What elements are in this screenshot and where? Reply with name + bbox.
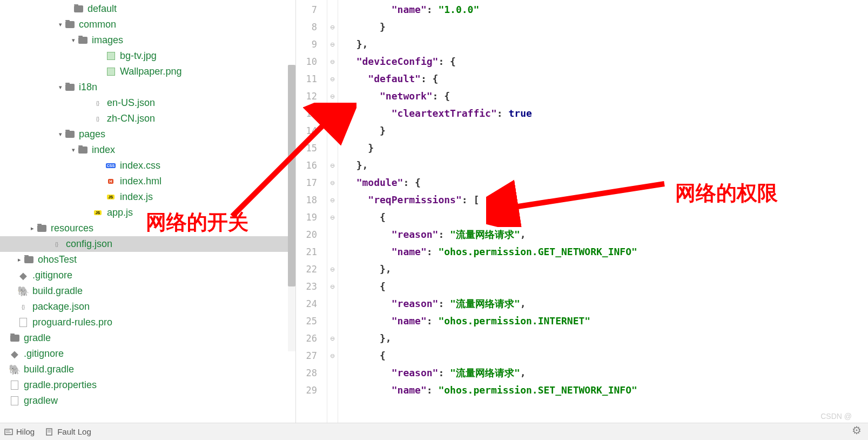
code-line[interactable]: { xyxy=(345,209,868,226)
tree-item-resources[interactable]: ▸resources xyxy=(0,221,295,236)
line-number: 15 xyxy=(296,139,317,157)
code-line[interactable]: }, xyxy=(345,36,868,53)
tree-item-gradle-properties[interactable]: gradle.properties xyxy=(0,377,295,393)
tree-item-common[interactable]: ▾common xyxy=(0,17,295,32)
fold-marker[interactable]: ⊖ xyxy=(327,191,338,209)
fold-marker[interactable]: ⊖ xyxy=(327,70,338,88)
sidebar-scrollbar[interactable] xyxy=(288,65,295,351)
file-tree[interactable]: default▾common▾imagesbg-tv.jpgWallpaper.… xyxy=(0,0,295,409)
tree-item-label: zh-CN.json xyxy=(107,113,155,124)
tree-item-Wallpaper-png[interactable]: Wallpaper.png xyxy=(0,64,295,79)
fold-marker[interactable]: ⊖ xyxy=(327,53,338,70)
code-line[interactable]: }, xyxy=(345,157,868,174)
expand-arrow-icon[interactable]: ▾ xyxy=(56,84,65,91)
fold-marker[interactable]: ⊖ xyxy=(327,18,338,36)
tree-item-gradlew[interactable]: gradlew xyxy=(0,393,295,409)
fold-marker[interactable] xyxy=(327,382,338,399)
fold-marker[interactable] xyxy=(327,243,338,261)
tree-item-default[interactable]: default xyxy=(0,1,295,17)
fold-marker[interactable] xyxy=(327,312,338,330)
tree-item-build-gradle[interactable]: 🐘build.gradle xyxy=(0,362,295,377)
code-line[interactable]: "name": "1.0.0" xyxy=(345,1,868,18)
code-line[interactable]: }, xyxy=(345,261,868,278)
fold-marker[interactable]: ⊖ xyxy=(327,174,338,191)
line-number: 26 xyxy=(296,330,317,347)
code-editor[interactable]: 7891011121314151617181920212223242526272… xyxy=(296,0,868,423)
code-line[interactable]: "reqPermissions": [ xyxy=(345,191,868,209)
expand-arrow-icon[interactable]: ▾ xyxy=(69,146,78,154)
code-line[interactable]: } xyxy=(345,18,868,36)
fold-marker[interactable]: ⊖ xyxy=(327,278,338,295)
hilog-tab[interactable]: Hilog xyxy=(4,427,35,436)
tree-item-images[interactable]: ▾images xyxy=(0,32,295,48)
tree-item-bg-tv-jpg[interactable]: bg-tv.jpg xyxy=(0,48,295,64)
fold-marker[interactable]: ⊖ xyxy=(327,261,338,278)
fold-marker[interactable]: ⊖ xyxy=(327,122,338,139)
fold-marker[interactable]: ⊖ xyxy=(327,209,338,226)
fold-marker[interactable]: ⊖ xyxy=(327,88,338,105)
fold-marker[interactable] xyxy=(327,139,338,157)
code-line[interactable]: } xyxy=(345,139,868,157)
code-line[interactable]: "deviceConfig": { xyxy=(345,53,868,70)
fold-marker[interactable]: ⊖ xyxy=(327,157,338,174)
tree-item-label: Wallpaper.png xyxy=(120,66,181,77)
code-line[interactable]: { xyxy=(345,278,868,295)
code-line[interactable]: "module": { xyxy=(345,174,868,191)
fold-marker[interactable] xyxy=(327,226,338,243)
expand-arrow-icon[interactable]: ▸ xyxy=(28,225,37,232)
fold-marker[interactable] xyxy=(327,295,338,312)
code-line[interactable]: "cleartextTraffic": true xyxy=(345,105,868,122)
tree-item-index-css[interactable]: CSSindex.css xyxy=(0,158,295,174)
line-number: 11 xyxy=(296,70,317,88)
tree-item-label: package.json xyxy=(32,301,90,312)
tree-item-build-gradle[interactable]: 🐘build.gradle xyxy=(0,283,295,299)
tree-item-index[interactable]: ▾index xyxy=(0,142,295,158)
fold-marker[interactable] xyxy=(327,105,338,122)
svg-rect-4 xyxy=(5,429,12,435)
tree-item-package-json[interactable]: {}package.json xyxy=(0,299,295,315)
code-line[interactable]: "reason": "流量网络请求", xyxy=(345,295,868,312)
tree-item--gitignore[interactable]: ◆.gitignore xyxy=(0,346,295,362)
code-line[interactable]: "name": "ohos.permission.GET_NETWORK_INF… xyxy=(345,243,868,261)
line-number: 8 xyxy=(296,18,317,36)
fold-marker[interactable]: ⊖ xyxy=(327,347,338,364)
tree-item-label: gradle xyxy=(24,332,51,344)
tree-item-index-js[interactable]: JSindex.js xyxy=(0,189,295,205)
tree-item-app-js[interactable]: JSapp.js xyxy=(0,205,295,221)
line-number: 21 xyxy=(296,243,317,261)
fold-marker[interactable] xyxy=(327,1,338,18)
scrollbar-thumb[interactable] xyxy=(288,65,295,286)
fold-column[interactable]: ⊖⊖⊖⊖⊖⊖⊖⊖⊖⊖⊖⊖⊖⊖ xyxy=(327,0,338,423)
tree-item-ohosTest[interactable]: ▸ohosTest xyxy=(0,252,295,268)
tree-item-label: config.json xyxy=(66,238,112,250)
expand-arrow-icon[interactable]: ▸ xyxy=(15,256,24,263)
fold-marker[interactable]: ⊖ xyxy=(327,330,338,347)
expand-arrow-icon[interactable]: ▾ xyxy=(56,131,65,138)
code-line[interactable]: } xyxy=(345,122,868,139)
tree-item-pages[interactable]: ▾pages xyxy=(0,126,295,142)
tree-item-zh-CN-json[interactable]: {}zh-CN.json xyxy=(0,111,295,126)
code-line[interactable]: { xyxy=(345,347,868,364)
tree-item-en-US-json[interactable]: {}en-US.json xyxy=(0,95,295,111)
code-line[interactable]: "reason": "流量网络请求", xyxy=(345,226,868,243)
tree-item-index-hml[interactable]: Hindex.hml xyxy=(0,174,295,189)
hilog-label: Hilog xyxy=(16,427,35,436)
faultlog-tab[interactable]: Fault Log xyxy=(45,427,91,436)
settings-gear-icon[interactable]: ⚙ xyxy=(852,424,862,437)
code-line[interactable]: "name": "ohos.permission.INTERNET" xyxy=(345,312,868,330)
tree-item--gitignore[interactable]: ◆.gitignore xyxy=(0,268,295,283)
code-line[interactable]: "network": { xyxy=(345,88,868,105)
expand-arrow-icon[interactable]: ▾ xyxy=(56,21,65,28)
tree-item-i18n[interactable]: ▾i18n xyxy=(0,79,295,95)
fold-marker[interactable] xyxy=(327,364,338,382)
code-line[interactable]: "reason": "流量网络请求", xyxy=(345,364,868,382)
tree-item-config-json[interactable]: {}config.json xyxy=(0,236,295,252)
code-line[interactable]: "default": { xyxy=(345,70,868,88)
fold-marker[interactable]: ⊖ xyxy=(327,36,338,53)
expand-arrow-icon[interactable]: ▾ xyxy=(69,37,78,44)
code-area[interactable]: "name": "1.0.0" } }, "deviceConfig": { "… xyxy=(338,0,868,423)
tree-item-gradle[interactable]: gradle xyxy=(0,330,295,346)
code-line[interactable]: }, xyxy=(345,330,868,347)
tree-item-proguard-rules-pro[interactable]: proguard-rules.pro xyxy=(0,315,295,330)
code-line[interactable]: "name": "ohos.permission.SET_NETWORK_INF… xyxy=(345,382,868,399)
